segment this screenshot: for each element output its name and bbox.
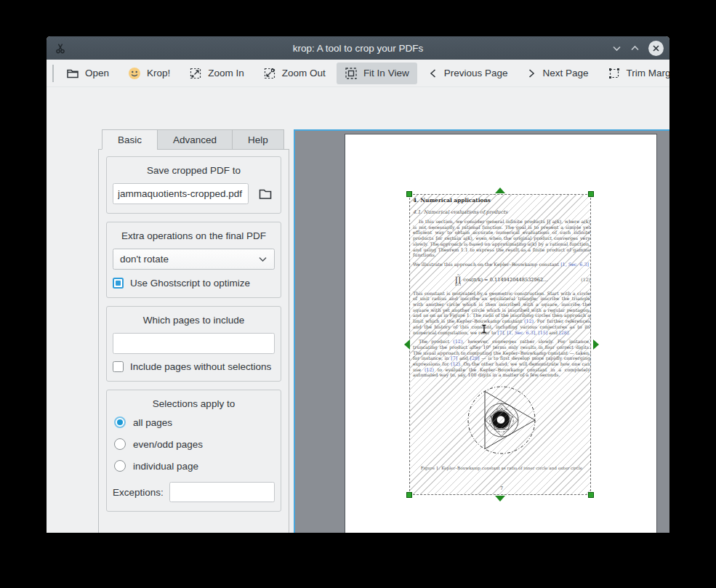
- crop-selection[interactable]: [409, 194, 591, 495]
- tab-advanced[interactable]: Advanced: [157, 129, 232, 150]
- fit-in-view-button[interactable]: Fit In View: [337, 63, 417, 84]
- include-pages-label: Include pages without selections: [130, 361, 271, 372]
- next-page-button[interactable]: Next Page: [518, 63, 596, 84]
- pages-to-include-input[interactable]: [113, 333, 275, 354]
- crop-handle-top[interactable]: [495, 188, 505, 193]
- selections-group: Selections apply to all pages even/odd p…: [106, 390, 281, 512]
- sidebar-tabs: Basic Advanced Help: [102, 129, 284, 150]
- include-pages-checkbox[interactable]: [113, 361, 124, 372]
- save-group-title: Save cropped PDF to: [113, 163, 275, 183]
- crop-handle-top-right[interactable]: [588, 191, 594, 197]
- minimize-button[interactable]: [612, 45, 622, 52]
- toolbar-drag-handle[interactable]: [52, 65, 54, 82]
- crop-handle-right[interactable]: [593, 339, 599, 350]
- crop-handle-left[interactable]: [404, 339, 410, 350]
- folder-open-icon: [66, 67, 79, 80]
- close-button[interactable]: [648, 41, 664, 56]
- pages-group-title: Which pages to include: [113, 313, 275, 333]
- fit-in-view-icon: [345, 67, 358, 80]
- chevron-right-icon: [526, 68, 536, 79]
- main-toolbar: Open Krop! Zoom In Zoom Ou: [47, 60, 669, 87]
- trim-margins-icon: [608, 67, 621, 80]
- chevron-down-icon: [258, 256, 268, 262]
- ghostscript-checkbox[interactable]: [113, 278, 124, 289]
- zoom-in-icon: [189, 67, 202, 80]
- save-group: Save cropped PDF to: [106, 156, 281, 214]
- crop-handle-top-left[interactable]: [406, 191, 412, 197]
- radio-individual-page[interactable]: individual page: [114, 460, 275, 472]
- folder-icon: [258, 188, 273, 201]
- pdf-preview-viewport[interactable]: 4. Numerical applications 4.1. Numerical…: [294, 129, 669, 533]
- radio-all-pages[interactable]: all pages: [114, 416, 275, 428]
- previous-page-button[interactable]: Previous Page: [420, 63, 516, 84]
- tab-basic[interactable]: Basic: [102, 129, 157, 150]
- title-bar[interactable]: krop: A tool to crop your PDFs: [47, 36, 669, 60]
- pages-group: Which pages to include Include pages wit…: [106, 306, 281, 382]
- crop-handle-bottom-left[interactable]: [406, 492, 412, 498]
- crop-handle-bottom-right[interactable]: [588, 492, 594, 498]
- save-filename-input[interactable]: [113, 183, 249, 204]
- mouse-cursor-icon: [481, 324, 487, 334]
- rotate-dropdown-value: don't rotate: [120, 254, 169, 265]
- radio-even-odd-pages[interactable]: even/odd pages: [114, 438, 275, 450]
- app-window: krop: A tool to crop your PDFs Open: [47, 36, 669, 533]
- all-pages-radio[interactable]: [114, 416, 126, 428]
- krop-button[interactable]: Krop!: [120, 63, 178, 84]
- browse-file-button[interactable]: [256, 185, 275, 204]
- smiley-icon: [128, 67, 141, 80]
- include-pages-option[interactable]: Include pages without selections: [113, 361, 275, 372]
- basic-tab-panel: Save cropped PDF to Extra operations on …: [98, 149, 289, 533]
- individual-page-radio[interactable]: [114, 460, 126, 472]
- ghostscript-option[interactable]: Use Ghostscript to optimize: [113, 278, 275, 289]
- chevron-left-icon: [428, 68, 438, 79]
- crop-handle-bottom[interactable]: [495, 496, 505, 502]
- zoom-in-button[interactable]: Zoom In: [181, 63, 252, 84]
- extra-operations-group: Extra operations on the final PDF don't …: [106, 222, 281, 298]
- pdf-page[interactable]: 4. Numerical applications 4.1. Numerical…: [345, 134, 657, 533]
- zoom-out-icon: [263, 67, 276, 80]
- even-odd-pages-radio[interactable]: [114, 438, 126, 450]
- open-button[interactable]: Open: [58, 63, 117, 84]
- extra-operations-title: Extra operations on the final PDF: [113, 228, 275, 249]
- ghostscript-label: Use Ghostscript to optimize: [130, 278, 250, 289]
- maximize-button[interactable]: [630, 45, 640, 52]
- tab-help[interactable]: Help: [232, 129, 284, 150]
- zoom-out-button[interactable]: Zoom Out: [255, 63, 334, 84]
- window-title: krop: A tool to crop your PDFs: [47, 43, 669, 54]
- trim-margins-button[interactable]: Trim Margins: [600, 63, 669, 84]
- exceptions-label: Exceptions:: [113, 487, 164, 498]
- selections-group-title: Selections apply to: [113, 396, 275, 416]
- exceptions-input[interactable]: [169, 482, 275, 502]
- rotate-dropdown[interactable]: don't rotate: [113, 249, 275, 270]
